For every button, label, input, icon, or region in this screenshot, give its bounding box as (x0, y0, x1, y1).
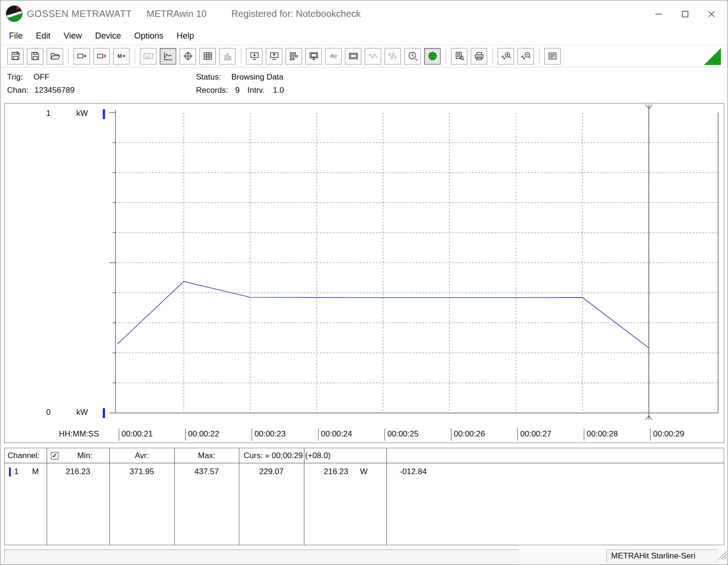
save-button[interactable] (27, 48, 43, 65)
window-controls (646, 0, 725, 27)
title-bar: GOSSEN METRAWATT METRAwin 10 Registered … (0, 0, 728, 27)
channel-color-marker (9, 468, 11, 476)
minimize-button[interactable] (646, 0, 672, 27)
monitor-icon (309, 51, 319, 61)
x-tick-label: 00:00:28 (584, 428, 618, 441)
toolbar-separator (241, 48, 241, 64)
row-channel-mode: M (32, 467, 39, 476)
upload-monitor-icon (269, 51, 279, 61)
row-delta-value: -012.84 (400, 467, 427, 476)
upload-button[interactable] (266, 48, 282, 65)
menu-view[interactable]: View (57, 31, 89, 41)
menu-help[interactable]: Help (170, 31, 201, 41)
formula-button[interactable]: -f(x) (325, 48, 342, 65)
save-annotate-button[interactable] (7, 48, 24, 65)
device-display-button[interactable] (345, 48, 361, 65)
row-cursor-a-value: 229.07 (239, 467, 304, 476)
header-cursor: Curs: » 00:00:29 (+08.0) (244, 451, 331, 460)
resize-grip[interactable] (718, 551, 727, 559)
x-axis-tick-row: 00:00:2100:00:2200:00:2300:00:2400:00:25… (5, 428, 724, 442)
x-tick-label: 00:00:27 (517, 428, 551, 441)
status-label: Status: (196, 73, 221, 82)
statusbar-device-panel: METRAHit Starline-Seri (606, 549, 718, 563)
menu-device[interactable]: Device (89, 31, 128, 41)
menu-options[interactable]: Options (128, 31, 170, 41)
table-view-button[interactable] (199, 48, 216, 65)
header-divider (5, 463, 724, 463)
save-icon (30, 51, 41, 61)
green-corner-triangle-icon[interactable] (704, 48, 721, 65)
timeline-bars-icon (289, 51, 299, 61)
gossen-metrawatt-logo-icon (5, 5, 23, 23)
trend-chart-icon (163, 51, 173, 61)
statusbar-message-panel (4, 549, 519, 563)
x-tick-label: 00:00:24 (318, 428, 352, 441)
svg-text:1257: 1257 (145, 55, 152, 58)
channel-marker-bottom (103, 408, 105, 418)
trend-chart-plot[interactable] (5, 104, 725, 444)
zoom-out-wave-button[interactable] (517, 48, 534, 65)
header-channel: Channel: (8, 451, 40, 460)
print-preview-icon (454, 51, 465, 61)
intrv-value: 1.0 (273, 86, 284, 95)
memory-read-button[interactable]: M (113, 48, 130, 65)
multimeter-display-icon: 1257 (143, 51, 154, 61)
x-tick-label: 00:00:29 (650, 428, 684, 441)
formula-fx-icon: -f(x) (328, 51, 339, 61)
y-axis-bottom-value: 0 (46, 408, 50, 417)
zoom-in-wave-button[interactable] (498, 48, 514, 65)
waveform-large-button[interactable] (384, 48, 401, 65)
trend-chart-panel[interactable]: 1 kW 0 kW HH:MM:SS 00:00:2100:00:2200:00… (4, 103, 724, 443)
scope-view-button[interactable] (180, 48, 196, 65)
maximize-button[interactable] (672, 0, 698, 27)
clear-device-button[interactable] (93, 48, 110, 65)
close-icon (708, 10, 715, 18)
y-axis-top-unit: kW (76, 109, 88, 118)
toolbar: M 1257 -f(x) (0, 45, 728, 67)
memory-read-icon: M (116, 51, 127, 61)
waveform-small-button[interactable] (365, 48, 381, 65)
annotation-button[interactable] (544, 48, 561, 65)
read-device-button[interactable] (74, 48, 90, 65)
channel-visible-checkbox[interactable]: ✓ (51, 452, 58, 460)
x-tick-label: 00:00:21 (119, 428, 153, 441)
data-table-icon (203, 51, 213, 61)
acquisition-status-panel: Trig: OFF Chan: 123456789 Status: Browsi… (0, 68, 728, 103)
device-online-button[interactable] (424, 48, 441, 65)
menu-file[interactable]: File (2, 31, 29, 41)
menu-bar: File Edit View Device Options Help (0, 27, 728, 45)
svg-text:-f(x): -f(x) (329, 54, 336, 58)
annotation-note-icon (548, 51, 558, 61)
row-cursor-b-unit: W (360, 467, 368, 476)
x-tick-label: 00:00:23 (252, 428, 286, 441)
printer-icon (474, 51, 484, 61)
y-axis-bottom-unit: kW (76, 408, 88, 417)
registered-for-text: Registered for: Notebookcheck (231, 8, 361, 19)
download-button[interactable] (246, 48, 262, 65)
trig-label: Trig: (7, 73, 23, 82)
save-annotate-icon (10, 51, 21, 61)
y-axis-top-value: 1 (46, 109, 50, 118)
device-online-gremlin-icon (427, 51, 438, 61)
crosshair-scope-icon (183, 51, 193, 61)
bargraph-view-button[interactable] (219, 48, 236, 65)
clear-device-icon (97, 51, 107, 61)
interval-clock-button[interactable] (404, 48, 421, 65)
close-button[interactable] (698, 0, 725, 27)
x-tick-label: 00:00:22 (185, 428, 219, 441)
trend-view-button[interactable] (160, 48, 176, 65)
open-button[interactable] (47, 48, 63, 65)
monitor-button[interactable] (305, 48, 322, 65)
multimeter-display-button[interactable]: 1257 (140, 48, 156, 65)
menu-edit[interactable]: Edit (29, 31, 57, 41)
print-button[interactable] (471, 48, 487, 65)
schedule-button[interactable] (286, 48, 302, 65)
svg-text:M: M (117, 53, 122, 59)
waveform-small-icon (368, 51, 378, 61)
open-folder-icon (50, 51, 60, 61)
trig-value: OFF (33, 73, 49, 82)
print-preview-button[interactable] (451, 48, 467, 65)
row-channel-number: 1 (14, 467, 18, 476)
chan-value: 123456789 (34, 86, 74, 95)
download-monitor-icon (249, 51, 260, 61)
